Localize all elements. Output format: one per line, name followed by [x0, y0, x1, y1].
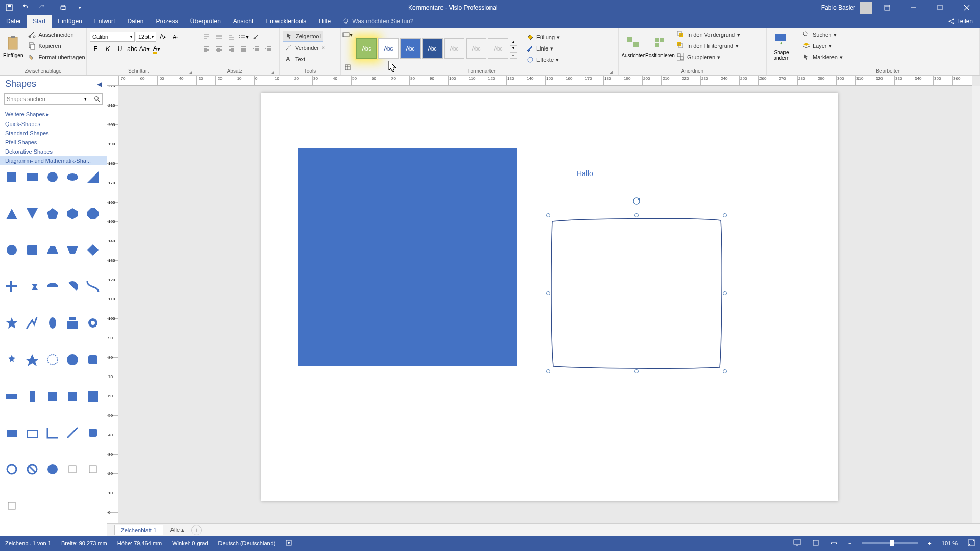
fill-button[interactable]: Füllung ▾	[524, 32, 562, 42]
shape-master[interactable]	[85, 169, 101, 185]
menu-hilfe[interactable]: Hilfe	[312, 15, 337, 28]
zoom-in-button[interactable]: +	[928, 540, 931, 546]
copy-button[interactable]: Kopieren	[26, 41, 87, 51]
connector-tool-button[interactable]: Verbinder✕	[283, 43, 327, 53]
zoom-out-button[interactable]: −	[848, 540, 851, 546]
shrink-font-button[interactable]: A▾	[169, 32, 181, 42]
italic-button[interactable]: K	[102, 44, 113, 54]
gallery-scroll[interactable]: ▴▾≡	[510, 39, 517, 59]
hallo-text[interactable]: Hallo	[577, 169, 593, 178]
shape-master[interactable]	[24, 206, 40, 221]
zoom-thumb[interactable]	[890, 540, 894, 546]
case-button[interactable]: Aa▾	[139, 44, 150, 54]
bullets-button[interactable]: ▾	[238, 32, 249, 42]
search-dropdown-icon[interactable]: ▾	[80, 93, 91, 105]
shape-master[interactable]	[45, 425, 60, 440]
shape-master[interactable]	[85, 242, 101, 258]
font-name-combo[interactable]: Calibri▾	[90, 32, 135, 42]
change-shape-button[interactable]: Shape ändern	[770, 30, 793, 63]
paste-button[interactable]: Einfügen	[3, 30, 23, 63]
resize-handle-w[interactable]	[546, 291, 550, 295]
presentation-mode-icon[interactable]	[793, 539, 801, 547]
rotation-handle[interactable]	[632, 197, 641, 207]
shape-master[interactable]	[65, 315, 80, 331]
line-button[interactable]: Linie ▾	[524, 43, 562, 54]
vertical-scrollbar[interactable]	[972, 86, 980, 524]
rectangle-tool-button[interactable]: ▾	[342, 30, 353, 40]
macro-record-icon[interactable]	[285, 539, 292, 547]
shape-master[interactable]	[45, 206, 60, 221]
cut-button[interactable]: Ausschneiden	[26, 30, 87, 40]
fit-window-icon[interactable]	[968, 539, 975, 547]
shape-master[interactable]	[45, 242, 60, 258]
shape-master[interactable]	[45, 352, 60, 367]
zoom-level[interactable]: 101 %	[942, 540, 958, 546]
page-tab-1[interactable]: Zeichenblatt-1	[114, 525, 163, 535]
menu-prozess[interactable]: Prozess	[150, 15, 184, 28]
resize-handle-n[interactable]	[634, 213, 639, 217]
font-size-combo[interactable]: 12pt.▾	[136, 32, 156, 42]
align-center-button[interactable]	[213, 44, 225, 54]
shape-master[interactable]	[65, 279, 80, 294]
underline-button[interactable]: U	[114, 44, 126, 54]
shape-master[interactable]	[24, 315, 40, 331]
maximize-icon[interactable]	[929, 0, 951, 15]
strike-button[interactable]: abc	[127, 44, 138, 54]
resize-handle-sw[interactable]	[546, 369, 550, 373]
shape-master[interactable]	[85, 206, 101, 221]
resize-handle-s[interactable]	[634, 369, 639, 373]
align-left-button[interactable]	[201, 44, 212, 54]
stencil-item[interactable]: Dekorative Shapes	[0, 147, 107, 156]
text-tool-button[interactable]: AText	[283, 54, 307, 64]
menu-einfügen[interactable]: Einfügen	[52, 15, 88, 28]
shape-master[interactable]	[24, 352, 40, 367]
pointer-tool-button[interactable]: Zeigertool	[283, 31, 323, 42]
shape-master[interactable]	[4, 498, 19, 513]
shape-master[interactable]	[65, 242, 80, 258]
print-icon[interactable]	[58, 3, 68, 13]
share-button[interactable]: Teilen	[941, 15, 980, 28]
align-top-button[interactable]	[201, 32, 212, 42]
shape-master[interactable]	[45, 389, 60, 404]
indent-dec-button[interactable]	[250, 44, 261, 54]
selected-freeform-shape[interactable]	[548, 215, 725, 371]
find-button[interactable]: Suchen ▾	[800, 30, 845, 40]
align-right-button[interactable]	[226, 44, 237, 54]
shape-master[interactable]	[24, 425, 40, 440]
status-language[interactable]: Deutsch (Deutschland)	[218, 540, 276, 546]
shape-master[interactable]	[4, 462, 19, 477]
ribbon-options-icon[interactable]	[876, 0, 898, 15]
shape-master[interactable]	[4, 389, 19, 404]
bring-front-button[interactable]: In den Vordergrund ▾	[675, 30, 742, 40]
send-back-button[interactable]: In den Hintergrund ▾	[675, 41, 742, 51]
resize-handle-nw[interactable]	[546, 213, 550, 217]
stencil-item[interactable]: Weitere Shapes ▸	[0, 110, 107, 119]
style-swatch-4[interactable]: Abc	[422, 38, 443, 59]
menu-start[interactable]: Start	[27, 15, 52, 28]
styles-dialog-launcher[interactable]: ◢	[607, 70, 615, 75]
shape-master[interactable]	[85, 315, 101, 331]
shape-master[interactable]	[65, 169, 80, 185]
collapse-pane-icon[interactable]: ◀	[97, 81, 102, 88]
drawing-page[interactable]: Hallo	[261, 93, 838, 501]
indent-inc-button[interactable]	[262, 44, 274, 54]
align-button[interactable]: Ausrichten	[622, 30, 645, 63]
stencil-item[interactable]: Quick-Shapes	[0, 119, 107, 129]
shape-master[interactable]	[4, 242, 19, 258]
shape-master[interactable]	[24, 169, 40, 185]
ruler-vertical[interactable]: 2202102001901801701601501401301201101009…	[107, 86, 118, 524]
group-button[interactable]: Gruppieren ▾	[675, 52, 742, 62]
shape-master[interactable]	[85, 425, 101, 440]
search-go-icon[interactable]	[91, 93, 103, 105]
qat-dropdown-icon[interactable]: ▾	[75, 3, 85, 13]
align-middle-button[interactable]	[213, 32, 225, 42]
fit-width-icon[interactable]	[830, 539, 838, 547]
shape-master[interactable]	[45, 169, 60, 185]
font-color-button[interactable]: A▾	[151, 44, 162, 54]
orientation-button[interactable]: A	[250, 32, 261, 42]
shape-master[interactable]	[24, 462, 40, 477]
shape-master[interactable]	[45, 279, 60, 294]
shape-master[interactable]	[4, 425, 19, 440]
shapes-search-input[interactable]	[4, 93, 80, 105]
page-tab-all[interactable]: Alle ▴	[165, 525, 189, 535]
